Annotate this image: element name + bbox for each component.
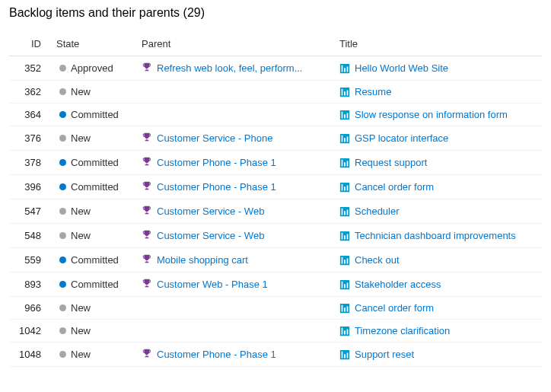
state-label: New	[71, 86, 91, 97]
state-label: New	[71, 230, 91, 241]
table-row[interactable]: 559CommittedMobile shopping cartCheck ou…	[9, 248, 542, 272]
state-label: Committed	[71, 109, 119, 120]
backlog-item-icon	[339, 87, 350, 97]
title-link[interactable]: Scheduler	[355, 206, 400, 217]
cell-parent: Customer Phone - Phase 1	[135, 343, 333, 367]
feature-icon	[142, 253, 152, 266]
title-link[interactable]: Check out	[355, 254, 400, 266]
column-header-title[interactable]: Title	[333, 33, 542, 56]
state-dot-icon	[59, 65, 66, 72]
state-label: New	[71, 132, 91, 144]
cell-title: GSP locator interface	[333, 126, 542, 151]
table-row[interactable]: 548NewCustomer Service - WebTechnician d…	[9, 224, 542, 248]
cell-title: Slow response on information form	[333, 104, 542, 126]
backlog-item-icon	[339, 110, 350, 120]
title-link[interactable]: GSP locator interface	[355, 132, 448, 144]
parent-link[interactable]: Refresh web look, feel, perform...	[157, 62, 302, 74]
title-link[interactable]: Technician dashboard improvements	[355, 230, 516, 241]
cell-id: 1042	[9, 320, 53, 343]
column-header-state[interactable]: State	[53, 33, 135, 56]
state-dot-icon	[59, 88, 66, 95]
parent-link[interactable]: Customer Service - Web	[157, 230, 264, 241]
title-link[interactable]: Stakeholder access	[355, 279, 441, 290]
parent-link[interactable]: Customer Service - Phone	[157, 132, 272, 144]
state-label: Approved	[71, 62, 113, 74]
backlog-item-icon	[339, 255, 350, 266]
backlog-item-icon	[339, 303, 350, 314]
cell-id: 352	[9, 56, 53, 81]
state-label: New	[71, 302, 91, 314]
cell-state: Committed	[53, 272, 135, 297]
cell-title: Hello World Web Site	[333, 56, 542, 81]
state-label: New	[71, 349, 91, 360]
table-row[interactable]: 362NewResume	[9, 81, 542, 104]
table-row[interactable]: 893CommittedCustomer Web - Phase 1Stakeh…	[9, 272, 542, 297]
parent-link[interactable]: Customer Phone - Phase 1	[157, 181, 276, 193]
cell-parent	[135, 297, 333, 320]
title-link[interactable]: Cancel order form	[355, 302, 434, 314]
column-header-parent[interactable]: Parent	[135, 33, 333, 56]
feature-icon	[142, 278, 152, 291]
parent-link[interactable]: Customer Phone - Phase 1	[157, 157, 276, 168]
table-row[interactable]: 966NewCancel order form	[9, 297, 542, 320]
backlog-item-icon	[339, 133, 350, 144]
table-row[interactable]: 1048NewCustomer Phone - Phase 1Support r…	[9, 343, 542, 367]
title-link[interactable]: Hello World Web Site	[355, 62, 448, 74]
cell-id: 376	[9, 126, 53, 151]
cell-id: 378	[9, 151, 53, 175]
backlog-item-icon	[339, 158, 350, 168]
cell-parent: Customer Service - Web	[135, 224, 333, 248]
cell-title: Timezone clarification	[333, 320, 542, 343]
table-row[interactable]: 378CommittedCustomer Phone - Phase 1Requ…	[9, 151, 542, 175]
cell-title: Resume	[333, 81, 542, 104]
table-row[interactable]: 364CommittedSlow response on information…	[9, 104, 542, 126]
page-title: Backlog items and their parents (29)	[9, 6, 542, 20]
title-link[interactable]: Cancel order form	[355, 181, 434, 193]
cell-id: 893	[9, 272, 53, 297]
title-link[interactable]: Support reset	[355, 349, 414, 360]
cell-parent	[135, 104, 333, 126]
cell-state: Committed	[53, 151, 135, 175]
state-dot-icon	[59, 159, 66, 166]
cell-id: 396	[9, 175, 53, 199]
table-row[interactable]: 547NewCustomer Service - WebScheduler	[9, 199, 542, 224]
cell-title: Stakeholder access	[333, 272, 542, 297]
table-row[interactable]: 1042NewTimezone clarification	[9, 320, 542, 343]
state-label: New	[71, 206, 91, 217]
parent-link[interactable]: Customer Web - Phase 1	[157, 279, 268, 290]
state-dot-icon	[59, 232, 66, 239]
parent-link[interactable]: Mobile shopping cart	[157, 254, 248, 266]
table-row[interactable]: 352ApprovedRefresh web look, feel, perfo…	[9, 56, 542, 81]
cell-title: Cancel order form	[333, 175, 542, 199]
cell-state: New	[53, 81, 135, 104]
cell-parent: Customer Service - Phone	[135, 126, 333, 151]
feature-icon	[142, 348, 152, 361]
state-label: Committed	[71, 254, 119, 266]
cell-title: Technician dashboard improvements	[333, 224, 542, 248]
cell-state: New	[53, 199, 135, 224]
state-dot-icon	[59, 135, 66, 142]
title-link[interactable]: Slow response on information form	[355, 109, 508, 120]
title-link[interactable]: Timezone clarification	[355, 325, 450, 336]
feature-icon	[142, 205, 152, 218]
parent-link[interactable]: Customer Phone - Phase 1	[157, 349, 276, 360]
backlog-item-icon	[339, 206, 350, 217]
cell-state: New	[53, 343, 135, 367]
feature-icon	[142, 156, 152, 169]
table-row[interactable]: 396CommittedCustomer Phone - Phase 1Canc…	[9, 175, 542, 199]
column-header-id[interactable]: ID	[9, 33, 53, 56]
cell-id: 364	[9, 104, 53, 126]
backlog-item-icon	[339, 279, 350, 290]
state-dot-icon	[59, 208, 66, 215]
cell-state: Committed	[53, 248, 135, 272]
cell-state: Approved	[53, 56, 135, 81]
state-dot-icon	[59, 351, 66, 358]
table-row[interactable]: 376NewCustomer Service - PhoneGSP locato…	[9, 126, 542, 151]
state-dot-icon	[59, 257, 66, 263]
title-link[interactable]: Resume	[355, 86, 391, 97]
feature-icon	[142, 62, 152, 75]
title-link[interactable]: Request support	[355, 157, 427, 168]
cell-state: New	[53, 320, 135, 343]
parent-link[interactable]: Customer Service - Web	[157, 206, 264, 217]
state-label: Committed	[71, 279, 119, 290]
